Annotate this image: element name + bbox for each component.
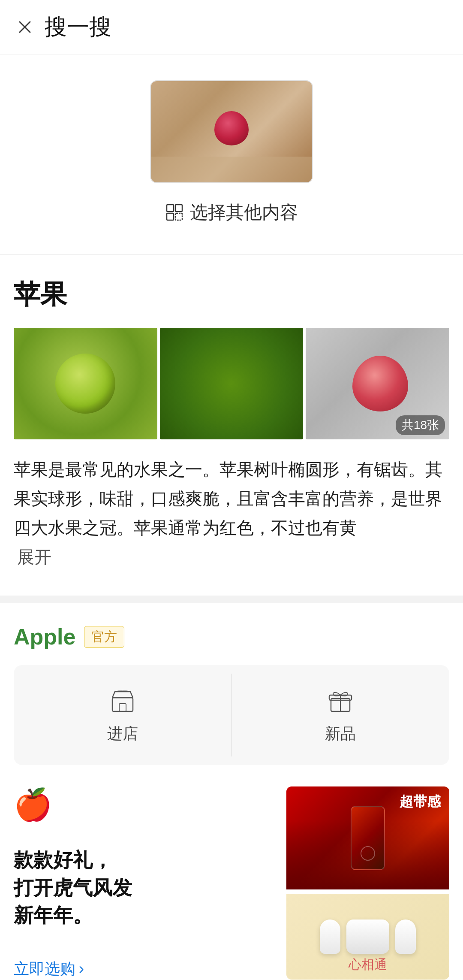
header: 搜一搜 (0, 0, 463, 54)
svg-rect-6 (112, 698, 133, 711)
brand-name: Apple (14, 624, 75, 650)
official-badge: 官方 (84, 626, 124, 648)
close-button[interactable] (14, 16, 36, 38)
airpods-illustration (320, 920, 416, 954)
select-content-icon (165, 203, 184, 222)
new-product-label: 新品 (325, 723, 356, 744)
promo-cta-button[interactable]: 立即选购 › (14, 959, 276, 980)
promo-inner: 🍎 款款好礼，打开虎气风发新年年。 立即选购 › 超带感 心相通 (14, 786, 449, 980)
gift-icon (325, 686, 356, 717)
uploaded-image (151, 81, 312, 182)
promo-title: 款款好礼，打开虎气风发新年年。 (14, 846, 276, 929)
promo-top-badge: 超带感 (400, 792, 441, 811)
svg-rect-4 (167, 213, 174, 220)
brand-actions: 进店 新品 (14, 665, 449, 765)
gallery-image-1[interactable] (14, 328, 157, 439)
promo-image-bottom[interactable]: 心相通 (286, 894, 449, 980)
page-title: 搜一搜 (45, 12, 111, 42)
expand-button[interactable]: 展开 (17, 542, 51, 572)
svg-rect-7 (119, 704, 126, 711)
phone-illustration (351, 806, 385, 870)
section-divider-middle (0, 596, 463, 603)
arrow-icon: › (79, 960, 84, 978)
brand-section: Apple 官方 进店 (0, 603, 463, 765)
fruit-title: 苹果 (14, 276, 449, 312)
fruit-section: 苹果 共18张 苹果是最常见的水果之一。苹果树叶椭圆形，有锯齿。其果实球形，味甜… (0, 255, 463, 572)
select-other-button[interactable]: 选择其他内容 (165, 200, 298, 224)
image-count-badge: 共18张 (396, 415, 445, 435)
store-action[interactable]: 进店 (14, 665, 232, 765)
image-preview-area: 选择其他内容 (0, 54, 463, 237)
airpod-right (395, 920, 416, 954)
image-gallery: 共18张 (14, 328, 449, 439)
store-label: 进店 (107, 723, 138, 744)
select-other-label: 选择其他内容 (190, 200, 298, 224)
promo-left: 🍎 款款好礼，打开虎气风发新年年。 立即选购 › (14, 786, 276, 980)
airpod-case (346, 920, 389, 954)
promo-image-top[interactable]: 超带感 (286, 786, 449, 889)
store-icon (107, 686, 138, 717)
promo-bottom-label: 心相通 (349, 956, 387, 974)
new-product-action[interactable]: 新品 (232, 665, 450, 765)
preview-image-container (150, 80, 313, 183)
promo-logo-icon: 🍎 (14, 786, 276, 823)
promo-right: 超带感 心相通 (286, 786, 449, 980)
svg-rect-5 (175, 213, 182, 220)
fruit-description: 苹果是最常见的水果之一。苹果树叶椭圆形，有锯齿。其果实球形，味甜，口感爽脆，且富… (14, 455, 449, 572)
svg-rect-3 (175, 205, 182, 212)
gallery-image-2[interactable] (160, 328, 304, 439)
promo-section: 🍎 款款好礼，打开虎气风发新年年。 立即选购 › 超带感 心相通 (0, 765, 463, 980)
svg-rect-2 (167, 205, 174, 212)
gallery-image-3[interactable]: 共18张 (306, 328, 449, 439)
brand-header: Apple 官方 (14, 624, 449, 650)
brand-card: 进店 新品 (14, 665, 449, 765)
airpod-left (320, 920, 340, 954)
